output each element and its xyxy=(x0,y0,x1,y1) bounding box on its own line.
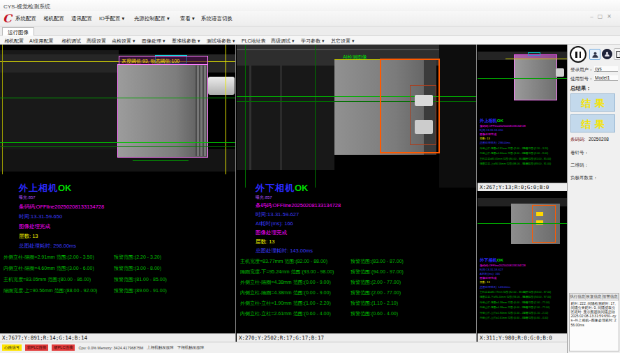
hard-plc-indicator: 硬PLC连接 xyxy=(52,344,75,351)
machine-background xyxy=(237,66,334,170)
operator-button[interactable] xyxy=(602,49,612,59)
exit-door-icon xyxy=(615,50,620,59)
ai-overlay-label: AI检测图像 xyxy=(343,54,367,61)
warn-range: 预警范围:(83.00 - 87.00) xyxy=(350,258,404,265)
left-time: 时间:13-31-59-650 xyxy=(19,213,234,220)
measure-value: 内侧立柱-隔圈=4.38mm 范围:(0.00 - 9.00) xyxy=(240,289,350,296)
measurement-row: 内侧立柱-隔圈=4.38mm 范围:(0.00 - 9.00)预警范围:(2.0… xyxy=(240,289,475,296)
measure-value: 主机宽度=83.05mm 范围:(80.00 - 86.00) xyxy=(480,157,523,161)
measurement-row: 内侧立柱-立柱=2.61mm 范围:(0.60 - 4.00)预警范围:(0.6… xyxy=(480,316,566,320)
measurement-row: 主机宽度=83.77mm 范围:(82.00 - 88.00)预警范围:(83.… xyxy=(240,258,475,265)
tb-image-processing[interactable]: 图像处理 ▾ xyxy=(142,38,165,45)
overlay-line-yellow xyxy=(505,59,567,59)
warn-range: 预警范围:(2.00 - 77.00) xyxy=(350,289,401,296)
info-tabs: 执行信息 恢复信息 报警信息 xyxy=(570,294,619,301)
middle-barcode: 条码码:OFFline20250208133134728 xyxy=(256,202,475,209)
user-login-button[interactable] xyxy=(589,49,600,60)
menu-view[interactable]: 查看 ▾ xyxy=(180,15,195,22)
heartbeat-indicator: 心跳信号 xyxy=(2,344,22,351)
time: 时间:13-31-59-627 xyxy=(480,268,566,272)
warn-range: 预警范围:(3.00 - 8.00) xyxy=(523,151,548,156)
bottom-camera-fault-text: 下相机触发故障 xyxy=(177,345,205,350)
warn-range: 预警范围:(3.00 - 8.00) xyxy=(114,265,161,272)
info-log-text: 耗时: 222, 间隔检测耗时: 17, 间隔分类耗时: 0, 间隔提取分区耗时… xyxy=(570,301,618,328)
measure-value: 内侧立柱-隔圈=4.60mm 范围:(3.00 - 6.00) xyxy=(480,151,523,156)
warn-range: 预警范围:(2.00 - 77.00) xyxy=(350,279,401,286)
overlay-line-green-v2 xyxy=(315,45,316,188)
middle-ai-time: AI耗时(ms): 166 xyxy=(256,220,475,227)
menu-comm-config[interactable]: 通讯配置 xyxy=(71,15,92,22)
tb-test-item-params[interactable]: 测试项参数 ▾ xyxy=(207,38,235,45)
login-user-value[interactable]: cys xyxy=(594,66,618,72)
login-user-label: 登录用户： xyxy=(570,67,593,73)
menu-system-config[interactable]: 系统配置 xyxy=(15,15,36,22)
overlay-line-green-h1 xyxy=(237,96,476,97)
info-tab-restore[interactable]: 恢复信息 xyxy=(586,294,602,300)
menu-light-config[interactable]: 光源控制配置 ▾ xyxy=(134,15,170,22)
left-camera-canvas[interactable]: 灰度阈值:93, 动态阈值:100 xyxy=(0,45,235,174)
info-tab-exec[interactable]: 执行信息 xyxy=(570,294,586,300)
left-camera-title: 外上相机 xyxy=(19,183,58,193)
warn-range: 预警范围:(83.00 - 87.00) xyxy=(523,290,551,294)
layers: 层数: 13 xyxy=(480,281,566,285)
exit-button[interactable] xyxy=(614,48,620,60)
menu-camera-config[interactable]: 相机配置 xyxy=(43,15,64,22)
middle-elapsed: 总图处理耗时: 143.00ms xyxy=(256,248,475,255)
tb-other-settings[interactable]: 其它设置 ▾ xyxy=(331,38,354,45)
measure-value: 外侧立柱-立柱=1.90mm 范围:(1.00 - 2.20) xyxy=(480,311,523,315)
measurement-row: 外侧立柱-隔圈=4.38mm 范围:(0.00 - 9.00)预警范围:(2.0… xyxy=(480,301,566,305)
measurement-row: 隔圈宽度-上=90.56mm 范围:(88.00 - 92.00)预警范围:(8… xyxy=(3,287,234,294)
view-separator xyxy=(476,45,477,353)
menu-io-config[interactable]: IO手配置 ▾ xyxy=(99,15,124,22)
elapsed: 总图处理耗时: 143.00ms xyxy=(480,285,566,289)
small-top-canvas[interactable] xyxy=(478,47,567,113)
right-control-panel: 登录用户： cys 使用型号： Model1 总结果： 结果 结果 条码码: 2… xyxy=(567,45,620,353)
tab-bar: 运行图像 xyxy=(0,26,620,36)
overlay-line-green-h2 xyxy=(237,101,476,102)
model-value[interactable]: Model1 xyxy=(594,75,618,81)
measurement-row: 内侧立柱-隔圈=4.38mm 范围:(0.00 - 9.00)预警范围:(2.0… xyxy=(480,306,566,310)
small-bottom-canvas[interactable] xyxy=(478,195,567,251)
tb-camera-config[interactable]: 相机配置 xyxy=(4,38,24,45)
window-title: CYS-视觉检测系统 xyxy=(3,3,50,10)
warn-range: 预警范围:(2.00 - 77.00) xyxy=(523,306,549,310)
panel-barcode-value: 20250208 xyxy=(589,137,609,142)
tb-spot-check-settings[interactable]: 点检设置 ▾ xyxy=(112,38,135,45)
left-coord-readout: X:7677;Y:891;R:14;G:14;B:14 xyxy=(0,333,235,342)
tb-ai-usage-config[interactable]: AI使用配置 xyxy=(29,38,54,45)
status: 图像处理完成 xyxy=(480,276,566,280)
close-icon[interactable]: ✕ xyxy=(607,13,616,20)
info-tab-alarm[interactable]: 报警信息 xyxy=(603,294,619,300)
camera-title: 外上相机 xyxy=(480,118,497,123)
warn-range: 预警范围:(0.60 - 4.00) xyxy=(523,316,548,320)
middle-result-text: 外下相机OK 曝光:857 条码码:OFFline202502081331347… xyxy=(240,181,475,317)
warn-range: 预警范围:(94.00 - 97.00) xyxy=(350,268,404,275)
menu-language-switch[interactable]: 系统语言切换 xyxy=(201,15,232,22)
pause-button[interactable] xyxy=(570,46,586,63)
product-region xyxy=(117,64,208,158)
tb-baseline-params[interactable]: 基准线参数 ▾ xyxy=(172,38,200,45)
top-camera-fault-text: 上相机触发故障 xyxy=(147,345,174,350)
minimize-icon[interactable]: – xyxy=(590,13,597,20)
measurement-row: 外侧立柱-隔圈=2.91mm 范围:(2.00 - 3.50)预警范围:(2.2… xyxy=(480,146,566,151)
tb-plc-address-table[interactable]: PLC地址表 xyxy=(242,38,266,45)
small-bottom-coord-readout: X:311;Y:980;R:0;G:0;B:0 xyxy=(478,333,567,342)
left-exposure: 曝光:857 xyxy=(19,195,234,201)
tb-camera-debug[interactable]: 相机调试 xyxy=(61,38,81,45)
middle-camera-canvas[interactable]: AI检测图像 xyxy=(237,45,476,188)
view-separator xyxy=(235,45,236,353)
result-ok: OK xyxy=(497,118,503,123)
elapsed: 总图处理耗时: 298.00ms xyxy=(480,142,566,146)
tb-advanced-settings[interactable]: 高级设置 xyxy=(87,38,106,45)
overlay-line-green-3 xyxy=(0,146,235,147)
tab-run-image[interactable]: 运行图像 xyxy=(2,27,34,36)
measurement-row: 外侧立柱-隔圈=4.38mm 范围:(0.00 - 9.00)预警范围:(2.0… xyxy=(240,279,475,286)
tb-learning-params[interactable]: 学习参数 ▾ xyxy=(301,38,324,45)
threshold-strip xyxy=(514,54,557,59)
qrcode-label: 二维码： xyxy=(570,162,589,169)
maximize-icon[interactable]: ▢ xyxy=(598,13,607,20)
measure-value: 隔圈宽度-下=95.24mm 范围:(93.00 - 98.00) xyxy=(480,296,523,300)
measurement-row: 隔圈宽度-下=95.24mm 范围:(93.00 - 98.00)预警范围:(9… xyxy=(240,268,475,275)
tb-advanced-debug[interactable]: 高级调试 ▾ xyxy=(271,38,294,45)
small-bottom-result-text: 外下相机OK 条码码:OFFline20250208133134728 时间:1… xyxy=(480,255,566,320)
